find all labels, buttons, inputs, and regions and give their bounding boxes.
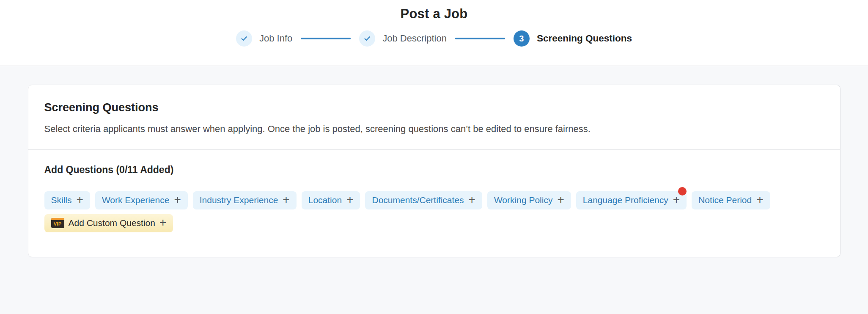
plus-icon: + (174, 194, 181, 206)
chip-label: Work Experience (102, 195, 170, 205)
add-question-chip-working-policy[interactable]: Working Policy+ (487, 191, 571, 209)
add-question-chip-skills[interactable]: Skills+ (44, 191, 90, 209)
add-question-chip-work-experience[interactable]: Work Experience+ (95, 191, 188, 209)
page-title: Post a Job (0, 6, 868, 22)
step-label: Job Description (382, 33, 447, 44)
vip-icon-text: VIP (54, 222, 62, 226)
step-job-info[interactable]: Job Info (236, 30, 292, 47)
chip-label: Location (308, 195, 342, 205)
plus-icon: + (673, 194, 680, 206)
step-screening-questions[interactable]: 3 Screening Questions (514, 30, 632, 47)
add-questions-section: Add Questions (0/11 Added) Skills+Work E… (28, 150, 840, 253)
step-complete-icon (236, 30, 252, 47)
vip-badge-icon: VIP (51, 218, 64, 228)
screening-questions-card: Screening Questions Select criteria appl… (28, 85, 841, 257)
add-custom-question-chip[interactable]: VIPAdd Custom Question+ (44, 214, 173, 232)
step-label: Job Info (259, 33, 292, 44)
card-description: Select criteria applicants must answer w… (44, 123, 824, 135)
step-complete-icon (359, 30, 375, 47)
notification-dot (678, 187, 687, 196)
add-question-chip-industry-experience[interactable]: Industry Experience+ (193, 191, 297, 209)
header: Post a Job Job Info Job Description 3 Sc… (0, 0, 868, 66)
add-question-chip-documents-certificates[interactable]: Documents/Certificates+ (365, 191, 482, 209)
chip-label: Documents/Certificates (372, 195, 464, 205)
step-connector (301, 38, 351, 39)
card-header-section: Screening Questions Select criteria appl… (28, 85, 840, 149)
add-question-chip-notice-period[interactable]: Notice Period+ (692, 191, 770, 209)
chip-label: Add Custom Question (69, 218, 155, 228)
stepper: Job Info Job Description 3 Screening Que… (0, 30, 868, 47)
step-label: Screening Questions (537, 33, 632, 44)
main-content: Screening Questions Select criteria appl… (0, 66, 868, 257)
step-job-description[interactable]: Job Description (359, 30, 447, 47)
chip-label: Working Policy (494, 195, 553, 205)
chip-label: Language Proficiency (583, 195, 668, 205)
chip-label: Notice Period (698, 195, 752, 205)
add-question-chip-location[interactable]: Location+ (302, 191, 360, 209)
step-connector (455, 38, 505, 39)
plus-icon: + (159, 217, 166, 229)
custom-chip-row: VIPAdd Custom Question+ (44, 214, 824, 232)
card-title: Screening Questions (44, 101, 824, 114)
add-questions-heading: Add Questions (0/11 Added) (44, 164, 824, 176)
plus-icon: + (283, 194, 289, 206)
plus-icon: + (346, 194, 353, 206)
add-question-chip-language-proficiency[interactable]: Language Proficiency+ (576, 191, 687, 209)
question-chips-row: Skills+Work Experience+Industry Experien… (44, 191, 824, 209)
step-number-badge: 3 (514, 30, 530, 47)
plus-icon: + (756, 194, 763, 206)
plus-icon: + (469, 194, 475, 206)
plus-icon: + (77, 194, 83, 206)
chip-label: Skills (51, 195, 72, 205)
plus-icon: + (557, 194, 564, 206)
chip-label: Industry Experience (200, 195, 278, 205)
